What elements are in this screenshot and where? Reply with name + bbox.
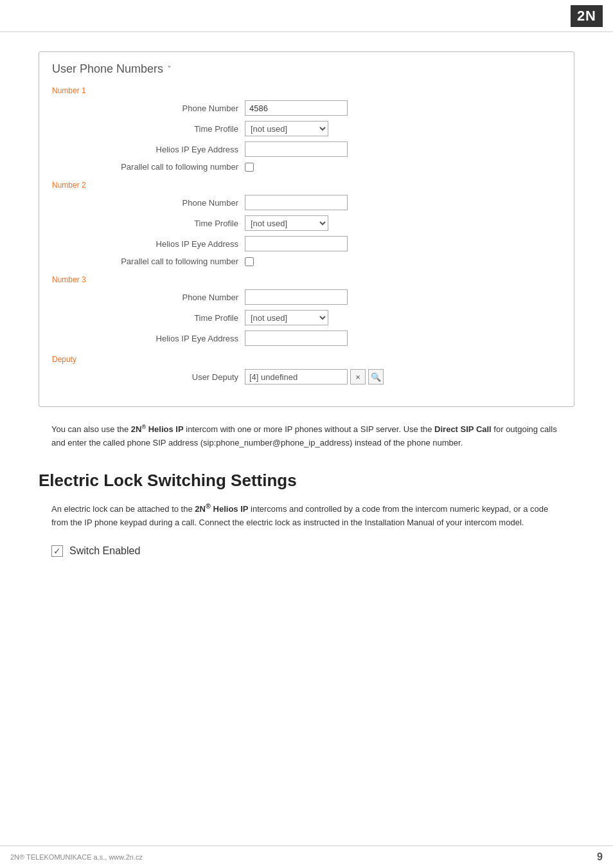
number1-label: Number 1 <box>52 86 561 95</box>
user-phone-numbers-card: User Phone Numbers ˅ Number 1 Phone Numb… <box>39 51 574 407</box>
electric-lock-heading: Electric Lock Switching Settings <box>39 471 574 491</box>
number3-phone-input[interactable] <box>245 289 348 305</box>
number2-phone-input[interactable] <box>245 195 348 210</box>
number3-timeprofile-select[interactable]: [not used] <box>245 310 328 325</box>
number1-phone-input[interactable] <box>245 100 348 116</box>
number1-parallel-checkbox[interactable] <box>245 163 254 172</box>
number1-parallel-label: Parallel call to following number <box>52 162 245 172</box>
number1-timeprofile-wrap: [not used] <box>245 121 328 136</box>
number1-phone-row: Phone Number <box>52 100 561 116</box>
number2-group: Number 2 Phone Number Time Profile [not … <box>52 181 561 266</box>
number3-timeprofile-label: Time Profile <box>52 313 245 323</box>
number3-helios-input[interactable] <box>245 330 348 346</box>
number2-phone-row: Phone Number <box>52 195 561 210</box>
deputy-group: Deputy User Deputy × 🔍 <box>52 355 561 384</box>
number2-timeprofile-label: Time Profile <box>52 219 245 228</box>
number3-helios-label: Helios IP Eye Address <box>52 334 245 343</box>
number2-helios-input[interactable] <box>245 236 348 251</box>
number3-timeprofile-wrap: [not used] <box>245 310 328 325</box>
number2-phone-label: Phone Number <box>52 198 245 208</box>
number2-parallel-label: Parallel call to following number <box>52 257 245 266</box>
number3-label: Number 3 <box>52 275 561 284</box>
deputy-user-input[interactable] <box>245 369 348 384</box>
electric-lock-description: An electric lock can be attached to the … <box>39 501 574 530</box>
number1-timeprofile-row: Time Profile [not used] <box>52 121 561 136</box>
number1-parallel-row: Parallel call to following number <box>52 162 561 172</box>
number2-timeprofile-row: Time Profile [not used] <box>52 215 561 231</box>
number1-group: Number 1 Phone Number Time Profile [not … <box>52 86 561 172</box>
card-title-text: User Phone Numbers <box>52 62 163 76</box>
deputy-input-wrap: × 🔍 <box>245 369 384 384</box>
main-content: User Phone Numbers ˅ Number 1 Phone Numb… <box>0 32 613 576</box>
sip-info-paragraph: You can also use the 2N® Helios IP inter… <box>39 422 574 450</box>
number3-helios-row: Helios IP Eye Address <box>52 330 561 346</box>
number3-group: Number 3 Phone Number Time Profile [not … <box>52 275 561 346</box>
page-footer: 2N® TELEKOMUNIKACE a.s., www.2n.cz 9 <box>0 845 613 868</box>
number1-timeprofile-select[interactable]: [not used] <box>245 121 328 136</box>
card-title[interactable]: User Phone Numbers ˅ <box>52 62 561 76</box>
number1-phone-label: Phone Number <box>52 104 245 113</box>
switch-enabled-checkbox[interactable]: ✓ <box>51 545 63 557</box>
number3-phone-label: Phone Number <box>52 293 245 302</box>
switch-enabled-label: Switch Enabled <box>69 545 140 557</box>
number2-label: Number 2 <box>52 181 561 190</box>
deputy-user-label: User Deputy <box>52 372 245 382</box>
number2-timeprofile-select[interactable]: [not used] <box>245 215 328 231</box>
footer-company: 2N® TELEKOMUNIKACE a.s., www.2n.cz <box>10 853 143 861</box>
number3-timeprofile-row: Time Profile [not used] <box>52 310 561 325</box>
chevron-down-icon: ˅ <box>167 64 172 75</box>
deputy-label: Deputy <box>52 355 561 364</box>
switch-enabled-area: ✓ Switch Enabled <box>39 545 574 557</box>
clear-button[interactable]: × <box>350 369 366 384</box>
search-icon: 🔍 <box>371 372 381 382</box>
number2-helios-label: Helios IP Eye Address <box>52 239 245 249</box>
number2-parallel-row: Parallel call to following number <box>52 257 561 266</box>
deputy-user-row: User Deputy × 🔍 <box>52 369 561 384</box>
number1-helios-label: Helios IP Eye Address <box>52 145 245 154</box>
checkmark-icon: ✓ <box>53 547 61 556</box>
number2-helios-row: Helios IP Eye Address <box>52 236 561 251</box>
number2-parallel-checkbox[interactable] <box>245 257 254 266</box>
number1-timeprofile-label: Time Profile <box>52 124 245 134</box>
search-button[interactable]: 🔍 <box>368 369 384 384</box>
number1-helios-input[interactable] <box>245 141 348 157</box>
number3-phone-row: Phone Number <box>52 289 561 305</box>
number2-timeprofile-wrap: [not used] <box>245 215 328 231</box>
logo: 2N <box>571 5 603 27</box>
number1-helios-row: Helios IP Eye Address <box>52 141 561 157</box>
footer-page-number: 9 <box>597 851 603 863</box>
page-header: 2N <box>0 0 613 32</box>
